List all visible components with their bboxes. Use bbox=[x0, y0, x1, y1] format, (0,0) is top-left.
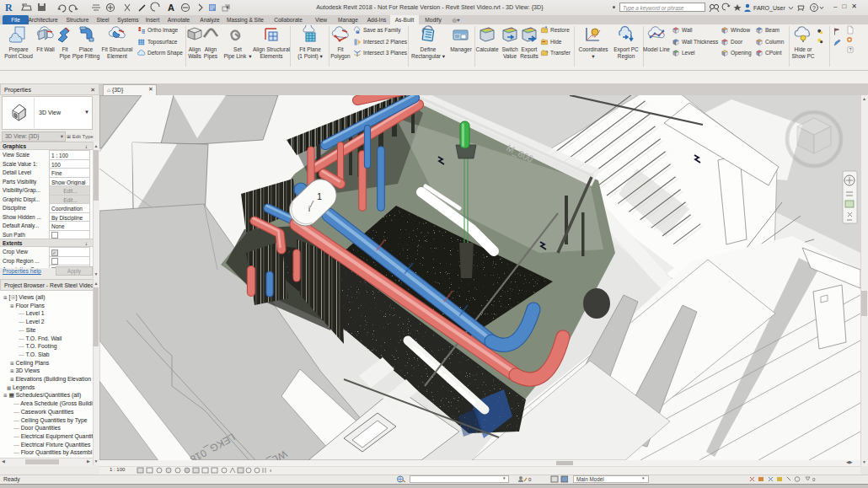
svg-text:A: A bbox=[168, 3, 174, 13]
svg-text:0: 0 bbox=[812, 477, 816, 482]
svg-text:i: i bbox=[308, 205, 310, 213]
svg-text:0: 0 bbox=[528, 477, 532, 482]
svg-text:‹: ‹ bbox=[270, 468, 272, 474]
svg-text:1: 1 bbox=[317, 191, 322, 201]
svg-text:?: ? bbox=[812, 5, 816, 11]
svg-text:FARO_User: FARO_User bbox=[753, 5, 785, 12]
svg-text:?: ? bbox=[849, 47, 852, 52]
